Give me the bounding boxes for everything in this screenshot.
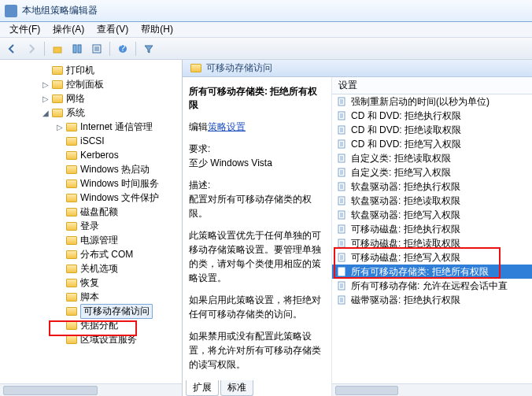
settings-row[interactable]: CD 和 DVD: 拒绝执行权限 <box>332 109 532 123</box>
tree-item[interactable]: 磁盘配额 <box>3 205 182 219</box>
settings-row[interactable]: 可移动磁盘: 拒绝执行权限 <box>332 222 532 236</box>
settings-row[interactable]: 所有可移动存储: 允许在远程会话中直 <box>332 279 532 293</box>
settings-row-label: 可移动磁盘: 拒绝读取权限 <box>351 237 460 250</box>
tree-item[interactable]: 登录 <box>3 219 182 233</box>
policy-icon <box>337 110 348 121</box>
folder-icon <box>66 335 77 344</box>
policy-icon <box>337 266 348 277</box>
tree-item[interactable]: 打印机 <box>3 63 182 77</box>
window-title: 本地组策略编辑器 <box>22 4 98 17</box>
settings-horizontal-scrollbar[interactable] <box>332 383 532 396</box>
folder-icon <box>52 66 63 75</box>
help-button[interactable]: ? <box>114 40 131 57</box>
folder-icon <box>66 321 77 330</box>
folder-icon <box>66 279 77 287</box>
description-pane: 所有可移动存储类: 拒绝所有权限 编辑策略设置 要求:至少 Windows Vi… <box>183 77 332 396</box>
expand-icon[interactable]: ▷ <box>41 80 50 89</box>
properties-button[interactable] <box>68 40 86 57</box>
expand-icon[interactable]: ▷ <box>55 123 65 131</box>
menu-file[interactable]: 文件(F) <box>3 23 46 36</box>
folder-icon <box>66 137 77 146</box>
edit-policy-link[interactable]: 策略设置 <box>208 121 246 132</box>
settings-row-label: 磁带驱动器: 拒绝执行权限 <box>351 294 460 307</box>
policy-icon <box>337 153 348 164</box>
policy-icon <box>337 181 348 192</box>
tree-item[interactable]: Windows 热启动 <box>3 162 182 176</box>
settings-row[interactable]: 自定义类: 拒绝读取权限 <box>332 151 532 165</box>
folder-icon <box>52 80 63 89</box>
settings-row[interactable]: 软盘驱动器: 拒绝写入权限 <box>332 208 532 222</box>
tree-item[interactable]: Windows 文件保护 <box>3 191 182 205</box>
tree-panel[interactable]: 打印机▷控制面板▷网络◢系统▷Internet 通信管理iSCSIKerbero… <box>0 60 183 396</box>
tree-item[interactable]: 脚本 <box>3 290 182 304</box>
menu-help[interactable]: 帮助(H) <box>135 23 179 36</box>
settings-row-label: 强制重新启动的时间(以秒为单位) <box>351 95 490 109</box>
settings-row[interactable]: 磁带驱动器: 拒绝执行权限 <box>332 293 532 307</box>
tree-item[interactable]: ▷控制面板 <box>3 77 182 91</box>
policy-icon <box>337 224 348 235</box>
settings-row[interactable]: CD 和 DVD: 拒绝写入权限 <box>332 137 532 151</box>
tab-extended[interactable]: 扩展 <box>186 380 219 396</box>
settings-row[interactable]: 所有可移动存储类: 拒绝所有权限 <box>332 265 532 279</box>
up-button[interactable] <box>49 40 66 57</box>
settings-row[interactable]: CD 和 DVD: 拒绝读取权限 <box>332 123 532 137</box>
settings-row[interactable]: 软盘驱动器: 拒绝读取权限 <box>332 194 532 208</box>
tree-item-label: 关机选项 <box>80 262 121 276</box>
menu-bar: 文件(F) 操作(A) 查看(V) 帮助(H) <box>0 22 532 38</box>
settings-row[interactable]: 可移动磁盘: 拒绝读取权限 <box>332 236 532 250</box>
tree-item-label: Kerberos <box>80 150 122 161</box>
tree-item-label: 登录 <box>80 220 102 233</box>
settings-row[interactable]: 自定义类: 拒绝写入权限 <box>332 165 532 179</box>
tree-item[interactable]: ▷网络 <box>3 91 182 105</box>
settings-row[interactable]: 软盘驱动器: 拒绝执行权限 <box>332 179 532 194</box>
folder-icon <box>66 179 77 188</box>
menu-view[interactable]: 查看(V) <box>91 23 135 36</box>
toolbar-separator <box>109 42 110 56</box>
folder-icon <box>66 293 77 302</box>
list-button[interactable] <box>88 40 105 57</box>
tree-item[interactable]: ▷Internet 通信管理 <box>3 120 182 134</box>
tab-standard[interactable]: 标准 <box>220 380 253 396</box>
tree-item[interactable]: Kerberos <box>3 148 182 162</box>
tree-item[interactable]: 区域设置服务 <box>3 332 182 346</box>
policy-icon <box>337 96 348 107</box>
expand-icon[interactable]: ▷ <box>41 94 50 103</box>
svg-rect-2 <box>78 45 81 53</box>
main-area: 打印机▷控制面板▷网络◢系统▷Internet 通信管理iSCSIKerbero… <box>0 60 532 396</box>
tree-item[interactable]: iSCSI <box>3 134 182 148</box>
content-header-title: 可移动存储访问 <box>206 61 272 75</box>
tree-item-label: 区域设置服务 <box>80 333 140 346</box>
tree-item[interactable]: 凭据分配 <box>3 318 182 332</box>
settings-row[interactable]: 可移动磁盘: 拒绝写入权限 <box>332 250 532 265</box>
forward-button[interactable] <box>23 40 40 57</box>
description-text-4: 如果禁用或没有配置此策略设置，将允许对所有可移动存储类的读写权限。 <box>189 329 325 372</box>
settings-column-header[interactable]: 设置 <box>332 77 532 94</box>
folder-icon <box>66 222 77 231</box>
tree-item[interactable]: Windows 时间服务 <box>3 176 182 191</box>
tree-item[interactable]: 电源管理 <box>3 233 182 247</box>
folder-icon <box>66 208 77 217</box>
menu-action[interactable]: 操作(A) <box>46 23 91 36</box>
policy-icon <box>337 209 348 220</box>
expand-icon[interactable]: ◢ <box>41 109 50 117</box>
edit-prefix: 编辑 <box>189 121 208 132</box>
settings-list[interactable]: 强制重新启动的时间(以秒为单位)CD 和 DVD: 拒绝执行权限CD 和 DVD… <box>332 94 532 396</box>
tree-item-label: 打印机 <box>66 64 98 77</box>
tree-item[interactable]: 分布式 COM <box>3 247 182 261</box>
tree-item[interactable]: ◢系统 <box>3 105 182 120</box>
tree-item[interactable]: 可移动存储访问 <box>3 304 182 318</box>
tree-item-label: Internet 通信管理 <box>80 120 156 134</box>
filter-button[interactable] <box>140 40 157 57</box>
tree-item[interactable]: 关机选项 <box>3 261 182 276</box>
back-button[interactable] <box>3 40 20 57</box>
settings-row[interactable]: 强制重新启动的时间(以秒为单位) <box>332 94 532 109</box>
settings-row-label: 自定义类: 拒绝读取权限 <box>351 152 451 165</box>
settings-row-label: 自定义类: 拒绝写入权限 <box>351 166 451 179</box>
folder-icon <box>52 109 63 117</box>
tree-item-label: iSCSI <box>80 135 108 146</box>
content-header: 可移动存储访问 <box>183 60 532 77</box>
tree-item-label: Windows 热启动 <box>80 163 153 176</box>
tree-item-label: Windows 文件保护 <box>80 191 162 205</box>
tree-item[interactable]: 恢复 <box>3 276 182 290</box>
tree-horizontal-scrollbar[interactable] <box>0 383 182 396</box>
